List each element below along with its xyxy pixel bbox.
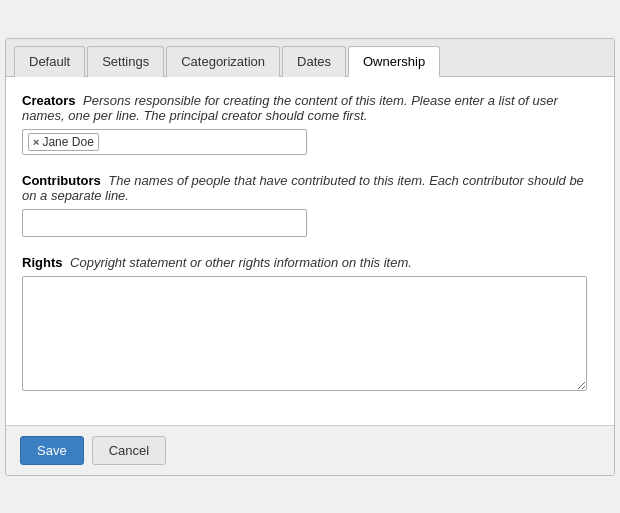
contributors-label: Contributors	[22, 173, 101, 188]
cancel-button[interactable]: Cancel	[92, 436, 166, 465]
rights-field-group: Rights Copyright statement or other righ…	[22, 255, 598, 391]
creator-tag[interactable]: × Jane Doe	[28, 133, 99, 151]
contributors-label-line: Contributors The names of people that ha…	[22, 173, 598, 203]
contributors-description: The names of people that have contribute…	[22, 173, 584, 203]
creators-text-input[interactable]	[103, 135, 301, 149]
creators-label-line: Creators Persons responsible for creatin…	[22, 93, 598, 123]
rights-label: Rights	[22, 255, 62, 270]
tag-value: Jane Doe	[42, 135, 93, 149]
creators-label: Creators	[22, 93, 75, 108]
tab-categorization[interactable]: Categorization	[166, 46, 280, 77]
tab-ownership[interactable]: Ownership	[348, 46, 440, 77]
rights-label-line: Rights Copyright statement or other righ…	[22, 255, 598, 270]
rights-description: Copyright statement or other rights info…	[70, 255, 412, 270]
contributors-input[interactable]	[22, 209, 307, 237]
creators-description: Persons responsible for creating the con…	[22, 93, 558, 123]
tab-dates[interactable]: Dates	[282, 46, 346, 77]
tag-remove-icon[interactable]: ×	[33, 136, 39, 148]
content-area: Creators Persons responsible for creatin…	[6, 77, 614, 425]
creators-input-container[interactable]: × Jane Doe	[22, 129, 307, 155]
creators-field-group: Creators Persons responsible for creatin…	[22, 93, 598, 155]
tab-bar: Default Settings Categorization Dates Ow…	[6, 39, 614, 77]
contributors-field-group: Contributors The names of people that ha…	[22, 173, 598, 237]
rights-textarea[interactable]	[22, 276, 587, 391]
dialog-footer: Save Cancel	[6, 425, 614, 475]
tab-default[interactable]: Default	[14, 46, 85, 77]
dialog: Default Settings Categorization Dates Ow…	[5, 38, 615, 476]
tab-settings[interactable]: Settings	[87, 46, 164, 77]
save-button[interactable]: Save	[20, 436, 84, 465]
